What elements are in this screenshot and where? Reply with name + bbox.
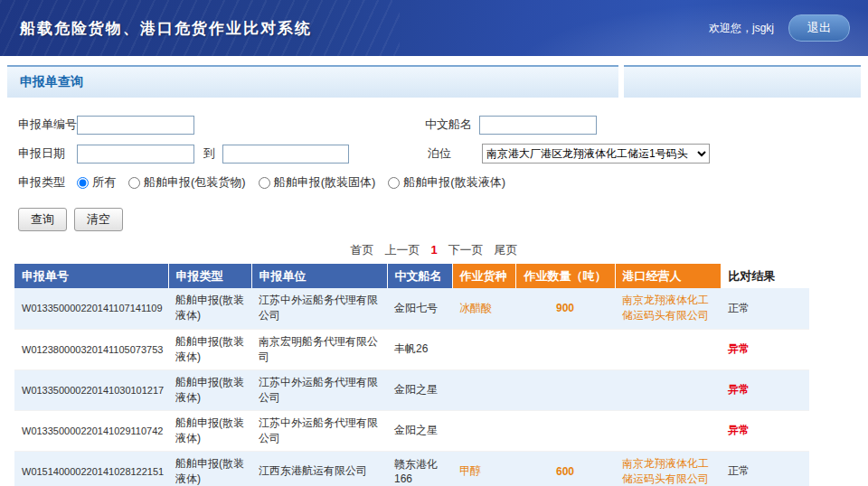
radio-bulk-solid-input[interactable] bbox=[259, 177, 270, 189]
cell-unit: 江苏中外运船务代理有限公司 bbox=[251, 410, 387, 451]
cell-type: 船舶申报(散装液体) bbox=[168, 451, 251, 486]
radio-bulk-solid[interactable]: 船舶申报(散装固体) bbox=[259, 174, 376, 191]
section-side-panel bbox=[624, 65, 861, 98]
clear-button[interactable]: 清空 bbox=[74, 208, 123, 231]
col-header-quantity: 作业数量（吨） bbox=[515, 264, 615, 288]
cell-result: 正常 bbox=[721, 288, 809, 329]
result-badge: 正常 bbox=[728, 464, 750, 477]
page-current: 1 bbox=[430, 243, 437, 257]
logout-button[interactable]: 退出 bbox=[788, 14, 850, 42]
page-first-link[interactable]: 首页 bbox=[350, 243, 373, 257]
col-header-cargo: 作业货种 bbox=[452, 264, 515, 288]
cell-operator bbox=[615, 369, 721, 410]
table-row: W013350000220141029110742 船舶申报(散装液体) 江苏中… bbox=[14, 410, 809, 451]
col-header-operator: 港口经营人 bbox=[615, 264, 721, 288]
col-header-unit: 申报单位 bbox=[251, 264, 387, 288]
cell-ship: 赣东港化166 bbox=[387, 451, 452, 486]
section-main: 申报单查询 bbox=[7, 65, 618, 98]
date-to-input[interactable] bbox=[222, 145, 349, 164]
cell-type: 船舶申报(散装液体) bbox=[168, 410, 251, 451]
ship-name-input[interactable] bbox=[479, 116, 597, 135]
results-table: 申报单号 申报类型 申报单位 中文船名 作业货种 作业数量（吨） 港口经营人 比… bbox=[14, 264, 809, 486]
cell-quantity: 600 bbox=[515, 451, 615, 486]
cell-unit: 江西东港航运有限公司 bbox=[251, 451, 387, 486]
cell-result: 异常 bbox=[721, 410, 809, 451]
cell-quantity bbox=[515, 410, 615, 451]
radio-bulk-liquid-label: 船舶申报(散装液体) bbox=[403, 174, 505, 191]
cell-declaration-no: W012380000320141105073753 bbox=[14, 329, 168, 369]
cell-cargo: 冰醋酸 bbox=[452, 288, 515, 329]
form-row-3: 申报类型 所有 船舶申报(包装货物) 船舶申报(散装固体) 船舶申报(散装液体) bbox=[0, 168, 868, 197]
query-form: 申报单编号 中文船名 申报日期 到 泊位 南京港大厂港区龙翔液体化工储运1号码头… bbox=[0, 98, 868, 231]
app-title: 船载危险货物、港口危货作业比对系统 bbox=[20, 18, 312, 39]
cell-operator: 南京龙翔液体化工储运码头有限公司 bbox=[615, 288, 721, 329]
header-user-area: 欢迎您，jsgkj 退出 bbox=[709, 14, 850, 42]
col-header-result: 比对结果 bbox=[721, 264, 809, 288]
page: { "header": { "title": "船载危险货物、港口危货作业比对系… bbox=[0, 0, 868, 486]
cell-unit: 南京宏明船务代理有限公司 bbox=[251, 329, 387, 369]
cell-result: 异常 bbox=[721, 329, 809, 369]
date-to-label: 到 bbox=[203, 145, 215, 162]
form-row-2: 申报日期 到 泊位 南京港大厂港区龙翔液体化工储运1号码头 bbox=[0, 139, 868, 168]
table-row: W012380000320141105073753 船舶申报(散装液体) 南京宏… bbox=[14, 329, 809, 369]
radio-packaged-input[interactable] bbox=[128, 177, 140, 189]
table-row: W015140000220141028122151 船舶申报(散装液体) 江西东… bbox=[14, 451, 809, 486]
declaration-no-label: 申报单编号 bbox=[18, 117, 77, 133]
cell-ship: 丰帆26 bbox=[387, 329, 452, 369]
date-label: 申报日期 bbox=[18, 145, 77, 162]
cell-type: 船舶申报(散装液体) bbox=[168, 329, 251, 369]
cell-type: 船舶申报(散装液体) bbox=[168, 288, 251, 329]
declare-type-radio-group: 所有 船舶申报(包装货物) 船舶申报(散装固体) 船舶申报(散装液体) bbox=[77, 174, 505, 191]
radio-bulk-liquid-input[interactable] bbox=[388, 177, 400, 189]
app-header: 船载危险货物、港口危货作业比对系统 欢迎您，jsgkj 退出 bbox=[0, 0, 868, 56]
cell-cargo bbox=[452, 410, 515, 451]
pagination-top: 首页上一页1下一页尾页 bbox=[0, 242, 868, 258]
cell-operator bbox=[615, 329, 721, 369]
declare-type-label: 申报类型 bbox=[18, 174, 77, 191]
ship-name-label: 中文船名 bbox=[425, 117, 479, 133]
cell-unit: 江苏中外运船务代理有限公司 bbox=[251, 369, 387, 410]
query-button[interactable]: 查询 bbox=[18, 208, 67, 231]
result-badge: 正常 bbox=[728, 302, 750, 314]
col-header-type: 申报类型 bbox=[168, 264, 251, 288]
cell-declaration-no: W013350000220141030101217 bbox=[14, 369, 168, 410]
cell-ship: 金阳七号 bbox=[387, 288, 452, 329]
radio-all-label: 所有 bbox=[92, 174, 116, 191]
result-badge: 异常 bbox=[728, 383, 750, 396]
cell-operator bbox=[615, 410, 721, 451]
cell-operator: 南京龙翔液体化工储运码头有限公司 bbox=[615, 451, 721, 486]
cell-quantity bbox=[515, 369, 615, 410]
section-bar: 申报单查询 bbox=[7, 65, 861, 98]
cell-result: 正常 bbox=[721, 451, 809, 486]
form-buttons: 查询 清空 bbox=[18, 208, 868, 231]
cell-unit: 江苏中外运船务代理有限公司 bbox=[251, 288, 387, 329]
cell-cargo: 甲醇 bbox=[452, 451, 515, 486]
cell-quantity bbox=[515, 329, 615, 369]
radio-all-input[interactable] bbox=[77, 177, 89, 189]
radio-all[interactable]: 所有 bbox=[77, 174, 116, 191]
cell-ship: 金阳之星 bbox=[387, 369, 452, 410]
result-badge: 异常 bbox=[728, 424, 750, 436]
radio-packaged-label: 船舶申报(包装货物) bbox=[144, 174, 246, 191]
berth-select[interactable]: 南京港大厂港区龙翔液体化工储运1号码头 bbox=[482, 144, 710, 164]
cell-declaration-no: W013350000220141107141109 bbox=[14, 288, 168, 329]
page-prev-link[interactable]: 上一页 bbox=[384, 243, 420, 257]
date-from-input[interactable] bbox=[77, 145, 194, 164]
declaration-no-input[interactable] bbox=[77, 116, 194, 135]
cell-type: 船舶申报(散装液体) bbox=[168, 369, 251, 410]
result-badge: 异常 bbox=[728, 342, 750, 355]
berth-label: 泊位 bbox=[428, 145, 482, 162]
radio-packaged[interactable]: 船舶申报(包装货物) bbox=[128, 174, 246, 191]
radio-bulk-liquid[interactable]: 船舶申报(散装液体) bbox=[388, 174, 505, 191]
cell-cargo bbox=[452, 369, 515, 410]
cell-quantity: 900 bbox=[515, 288, 615, 329]
page-next-link[interactable]: 下一页 bbox=[448, 243, 484, 257]
cell-cargo bbox=[452, 329, 515, 369]
col-header-declaration-no: 申报单号 bbox=[14, 264, 168, 288]
cell-declaration-no: W015140000220141028122151 bbox=[14, 451, 168, 486]
form-row-1: 申报单编号 中文船名 bbox=[0, 110, 868, 139]
page-last-link[interactable]: 尾页 bbox=[495, 243, 518, 257]
table-row: W013350000220141107141109 船舶申报(散装液体) 江苏中… bbox=[14, 288, 809, 329]
cell-ship: 金阳之星 bbox=[387, 410, 452, 451]
cell-declaration-no: W013350000220141029110742 bbox=[14, 410, 168, 451]
